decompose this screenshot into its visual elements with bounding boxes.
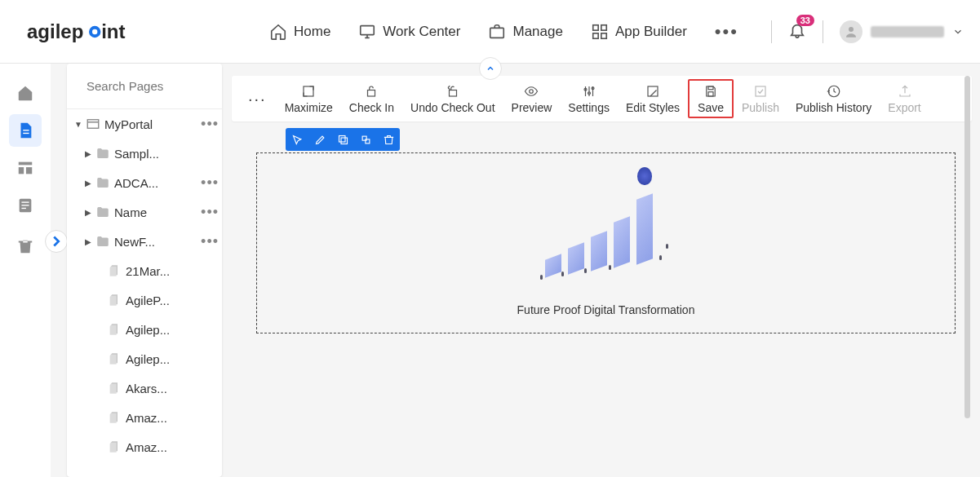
svg-rect-9 <box>601 33 606 38</box>
widget-illustration <box>537 174 676 296</box>
caret-right-icon[interactable]: ▶ <box>82 149 95 158</box>
checkin-icon <box>364 84 379 99</box>
page-icon <box>106 439 122 455</box>
tree-page[interactable]: 21Mar... <box>67 256 222 285</box>
widget-move-icon[interactable] <box>354 128 377 151</box>
tree-label: Name <box>114 205 197 219</box>
tree-label: Akars... <box>126 382 222 395</box>
svg-rect-11 <box>23 130 29 130</box>
tree-page[interactable]: Agilep... <box>67 315 222 344</box>
pages-tree[interactable]: ▼ MyPortal ••• ▶ Sampl... ▶ ADCA... ••• … <box>67 109 222 477</box>
sidebar-expand-button[interactable] <box>45 230 68 253</box>
svg-rect-8 <box>593 33 598 38</box>
folder-icon <box>95 204 111 220</box>
toolbar-undo-checkout[interactable]: Undo Check Out <box>402 79 503 118</box>
tree-label: NewF... <box>114 235 197 249</box>
svg-rect-35 <box>339 135 345 142</box>
nav-app-builder[interactable]: App Builder <box>591 23 687 41</box>
toolbar-preview[interactable]: Preview <box>503 79 561 118</box>
notifications-button[interactable]: 33 <box>788 21 806 42</box>
toolbar-edit-styles[interactable]: Edit Styles <box>618 79 688 118</box>
tree-folder[interactable]: ▶ Sampl... <box>67 139 222 168</box>
svg-point-2 <box>92 29 97 33</box>
svg-text:int: int <box>101 20 125 42</box>
svg-rect-32 <box>756 86 765 96</box>
tree-page[interactable]: Amaz... <box>67 432 222 462</box>
toolbar-label: Save <box>698 101 724 114</box>
tree-page[interactable]: AgileP... <box>67 285 222 315</box>
nav-home-label: Home <box>294 24 330 40</box>
toolbar-more[interactable]: ··· <box>238 90 277 108</box>
eye-icon <box>524 84 539 99</box>
divider <box>771 20 772 43</box>
tree-folder[interactable]: ▶ Name ••• <box>67 197 222 227</box>
page-icon <box>106 292 122 308</box>
more-icon[interactable]: ••• <box>197 174 222 192</box>
sidebar-pages[interactable] <box>9 114 42 147</box>
svg-rect-14 <box>19 167 24 174</box>
sidebar-templates[interactable] <box>9 189 42 222</box>
sidebar-home[interactable] <box>9 77 42 109</box>
widget-select-icon[interactable] <box>286 128 308 151</box>
folder-icon <box>95 174 111 191</box>
search-input[interactable] <box>86 79 222 93</box>
undo-checkout-icon <box>446 84 460 99</box>
divider <box>823 20 823 43</box>
toolbar-check-in[interactable]: Check In <box>341 79 402 118</box>
tree-folder[interactable]: ▶ ADCA... ••• <box>67 168 222 197</box>
tree-page[interactable]: Amaz... <box>67 403 222 432</box>
more-icon[interactable]: ••• <box>197 116 222 133</box>
svg-rect-29 <box>648 86 658 96</box>
caret-right-icon[interactable]: ▶ <box>82 237 95 246</box>
widget-edit-icon[interactable] <box>308 128 331 151</box>
left-sidebar <box>0 64 51 477</box>
page-icon <box>106 263 122 279</box>
caret-right-icon[interactable]: ▶ <box>82 208 95 217</box>
widget-copy-icon[interactable] <box>331 128 354 151</box>
svg-rect-13 <box>19 162 33 166</box>
styles-icon <box>645 84 660 99</box>
scrollbar[interactable] <box>964 76 970 418</box>
svg-text:agilep: agilep <box>27 20 83 42</box>
more-icon[interactable]: ••• <box>197 233 222 250</box>
tree-label: Agilep... <box>126 352 222 366</box>
more-icon[interactable]: ••• <box>197 204 222 221</box>
editor-canvas[interactable]: Future Proof Digital Transformation <box>256 131 956 417</box>
toolbar-save[interactable]: Save <box>688 79 734 118</box>
sidebar-trash[interactable] <box>9 230 42 263</box>
nav-work-center[interactable]: Work Center <box>358 23 460 41</box>
nav-more[interactable]: ••• <box>715 21 738 42</box>
tree-root[interactable]: ▼ MyPortal ••• <box>67 109 222 139</box>
svg-rect-5 <box>490 28 504 38</box>
widget-delete-icon[interactable] <box>377 128 400 151</box>
nav-manage[interactable]: Manage <box>488 23 562 41</box>
collapse-header-button[interactable] <box>479 57 502 80</box>
toolbar-publish: Publish <box>734 79 787 118</box>
nav-app-builder-label: App Builder <box>615 24 687 40</box>
home-icon <box>269 23 287 41</box>
sidebar-layouts[interactable] <box>9 152 42 184</box>
caret-down-icon[interactable]: ▼ <box>72 120 85 129</box>
grid-icon <box>591 23 609 41</box>
tree-folder[interactable]: ▶ NewF... ••• <box>67 227 222 256</box>
toolbar-publish-history[interactable]: Publish History <box>787 79 880 118</box>
portal-icon <box>85 116 101 132</box>
toolbar-settings[interactable]: Settings <box>560 79 618 118</box>
caret-right-icon[interactable]: ▶ <box>82 179 95 188</box>
nav-work-center-label: Work Center <box>383 24 460 40</box>
tree-label: 21Mar... <box>126 264 222 278</box>
svg-rect-30 <box>708 86 713 90</box>
tree-page[interactable]: Agilep... <box>67 344 222 373</box>
svg-point-10 <box>849 27 854 32</box>
tree-page[interactable]: Akars... <box>67 373 222 403</box>
svg-point-25 <box>530 89 534 93</box>
toolbar-label: Publish History <box>796 101 871 114</box>
toolbar-maximize[interactable]: Maximize <box>277 79 341 118</box>
widget-frame[interactable]: Future Proof Digital Transformation <box>256 152 956 333</box>
user-menu[interactable] <box>840 20 964 43</box>
nav-home[interactable]: Home <box>269 23 330 41</box>
tree-label: AgileP... <box>126 294 222 307</box>
editor-toolbar: ··· Maximize Check In Undo Check Out Pre… <box>232 76 972 121</box>
maximize-icon <box>301 84 316 99</box>
tree-label: Amaz... <box>126 411 222 425</box>
